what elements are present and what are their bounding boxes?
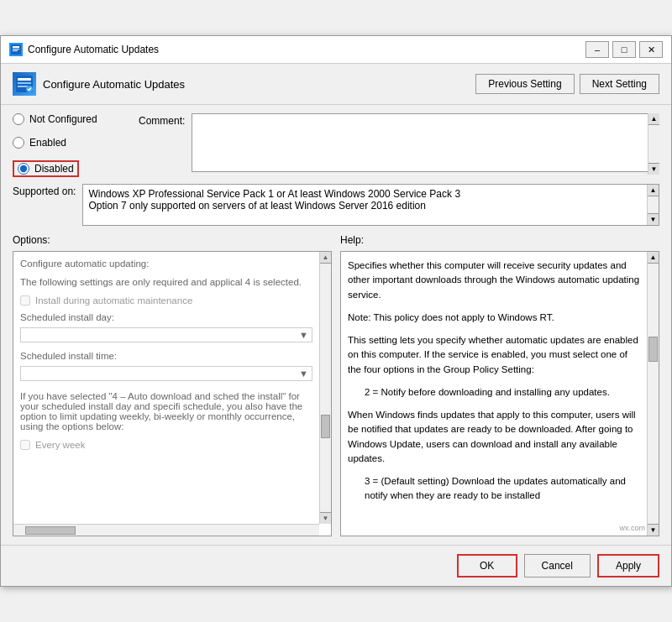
scheduled-day-field: ▼: [20, 324, 312, 346]
help-para2: Note: This policy does not apply to Wind…: [348, 311, 640, 325]
close-button[interactable]: ✕: [639, 41, 663, 58]
supported-scroll-down[interactable]: ▼: [648, 213, 659, 225]
help-indent1: 2 = Notify before downloading and instal…: [365, 385, 640, 400]
window-icon: [9, 43, 23, 56]
disabled-radio[interactable]: [18, 163, 29, 175]
svg-rect-7: [18, 86, 28, 87]
help-content: Specifies whether this computer will rec…: [348, 259, 640, 504]
supported-label: Supported on:: [13, 184, 76, 197]
not-configured-label: Not Configured: [29, 113, 97, 125]
supported-section: Supported on: Windows XP Professional Se…: [13, 184, 659, 226]
previous-setting-button[interactable]: Previous Setting: [475, 74, 574, 94]
svg-rect-1: [13, 46, 19, 48]
install-maintenance-row: Install during automatic maintenance: [20, 295, 312, 306]
ok-button[interactable]: OK: [457, 554, 517, 578]
comment-section: Comment: ▲ ▼: [139, 113, 659, 177]
cancel-button[interactable]: Cancel: [524, 554, 591, 578]
window-title: Configure Automatic Updates: [28, 44, 159, 55]
top-content: Not Configured Enabled Disabled Comment:: [13, 113, 659, 177]
scheduled-time-dropdown[interactable]: ▼: [20, 366, 312, 381]
two-column-section: Options: Configure automatic updating: T…: [13, 234, 659, 536]
options-line2: The following settings are only required…: [20, 277, 312, 287]
options-hscroll: [13, 524, 319, 536]
header-icon: [13, 72, 36, 96]
help-scroll-up[interactable]: ▲: [648, 252, 659, 264]
maximize-button[interactable]: □: [612, 41, 636, 58]
title-bar: Configure Automatic Updates – □ ✕: [1, 36, 671, 64]
help-scrollbar: ▲ ▼: [647, 252, 659, 536]
not-configured-radio[interactable]: [13, 113, 24, 125]
header-title: Configure Automatic Updates: [43, 78, 185, 91]
options-line4: Scheduled install time:: [20, 351, 312, 361]
options-box: Configure automatic updating: The follow…: [13, 251, 332, 536]
help-para4: When Windows finds updates that apply to…: [348, 408, 640, 466]
help-box: Specifies whether this computer will rec…: [340, 251, 659, 536]
help-scroll-thumb[interactable]: [648, 337, 658, 362]
watermark: wx.com: [619, 523, 645, 535]
comment-textarea[interactable]: [192, 113, 659, 172]
disabled-option[interactable]: Disabled: [13, 160, 79, 177]
radio-section: Not Configured Enabled Disabled: [13, 113, 130, 177]
enabled-label: Enabled: [29, 137, 66, 149]
enabled-option[interactable]: Enabled: [13, 137, 130, 149]
scroll-down-arrow[interactable]: ▼: [648, 163, 659, 175]
main-content: Not Configured Enabled Disabled Comment:: [1, 105, 671, 545]
every-week-label: Every week: [35, 440, 85, 450]
title-bar-left: Configure Automatic Updates: [9, 43, 159, 56]
header-left: Configure Automatic Updates: [13, 72, 185, 96]
title-bar-controls: – □ ✕: [585, 41, 663, 58]
supported-scroll-up[interactable]: ▲: [648, 185, 659, 196]
supported-box: Windows XP Professional Service Pack 1 o…: [82, 184, 659, 226]
header-buttons: Previous Setting Next Setting: [475, 74, 659, 94]
disabled-label: Disabled: [34, 163, 74, 175]
install-maintenance-checkbox[interactable]: [20, 295, 30, 306]
options-label: Options:: [13, 234, 332, 246]
options-content: Configure automatic updating: The follow…: [20, 259, 312, 450]
supported-scrollbar: ▲ ▼: [647, 185, 659, 225]
options-scrollbar: ▲ ▼: [319, 252, 331, 524]
help-para3: This setting lets you specify whether au…: [348, 333, 640, 377]
help-column: Help: Specifies whether this computer wi…: [340, 234, 659, 536]
options-scroll-up[interactable]: ▲: [320, 252, 331, 264]
scroll-up-arrow[interactable]: ▲: [648, 113, 659, 125]
install-maintenance-label: Install during automatic maintenance: [35, 295, 192, 306]
comment-scrollbar: ▲ ▼: [648, 113, 659, 175]
not-configured-option[interactable]: Not Configured: [13, 113, 130, 125]
options-line5: If you have selected "4 – Auto download …: [20, 391, 312, 431]
svg-rect-6: [18, 82, 31, 84]
supported-text: Windows XP Professional Service Pack 1 o…: [88, 188, 642, 212]
options-scroll-down[interactable]: ▼: [320, 512, 331, 524]
comment-label: Comment:: [139, 115, 185, 127]
footer: OK Cancel Apply: [1, 545, 671, 586]
options-line1: Configure automatic updating:: [20, 259, 312, 269]
svg-rect-2: [13, 49, 19, 50]
every-week-checkbox[interactable]: [20, 440, 30, 450]
main-window: Configure Automatic Updates – □ ✕ Config…: [0, 35, 672, 587]
minimize-button[interactable]: –: [585, 41, 609, 58]
options-scroll-thumb[interactable]: [321, 415, 330, 438]
help-indent2: 3 = (Default setting) Download the updat…: [365, 474, 640, 504]
apply-button[interactable]: Apply: [597, 554, 659, 578]
help-label: Help:: [340, 234, 659, 246]
next-setting-button[interactable]: Next Setting: [580, 74, 659, 94]
help-scroll-down[interactable]: ▼: [648, 524, 659, 536]
svg-rect-5: [18, 78, 31, 81]
header-bar: Configure Automatic Updates Previous Set…: [1, 64, 671, 105]
options-line3: Scheduled install day:: [20, 312, 312, 322]
help-para1: Specifies whether this computer will rec…: [348, 259, 640, 302]
svg-rect-3: [13, 50, 18, 51]
options-hscroll-thumb[interactable]: [25, 526, 76, 535]
enabled-radio[interactable]: [13, 137, 24, 149]
options-column: Options: Configure automatic updating: T…: [13, 234, 332, 536]
every-week-row: Every week: [20, 440, 312, 450]
scheduled-time-field: ▼: [20, 363, 312, 384]
scheduled-day-dropdown[interactable]: ▼: [20, 327, 312, 342]
